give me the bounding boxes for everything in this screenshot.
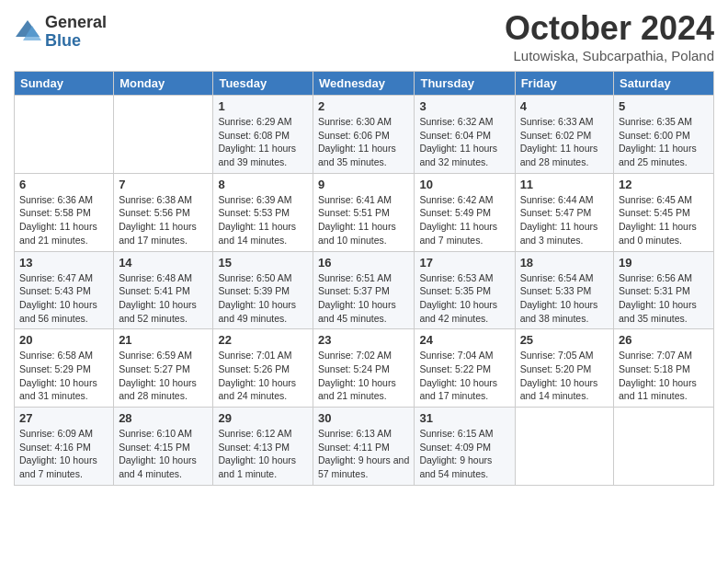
day-number: 10 [419, 178, 509, 191]
calendar-cell: 11Sunrise: 6:44 AM Sunset: 5:47 PM Dayli… [515, 173, 613, 251]
calendar-cell: 1Sunrise: 6:29 AM Sunset: 6:08 PM Daylig… [213, 96, 313, 174]
calendar-cell: 24Sunrise: 7:04 AM Sunset: 5:22 PM Dayli… [415, 329, 515, 408]
calendar-week-row: 20Sunrise: 6:58 AM Sunset: 5:29 PM Dayli… [15, 329, 714, 408]
calendar-cell [114, 96, 213, 174]
day-info: Sunrise: 6:35 AM Sunset: 6:00 PM Dayligh… [619, 115, 709, 169]
calendar-cell: 26Sunrise: 7:07 AM Sunset: 5:18 PM Dayli… [614, 329, 714, 408]
day-info: Sunrise: 6:10 AM Sunset: 4:15 PM Dayligh… [119, 427, 208, 481]
day-number: 20 [19, 333, 108, 347]
day-number: 29 [218, 411, 308, 425]
calendar-week-row: 1Sunrise: 6:29 AM Sunset: 6:08 PM Daylig… [15, 96, 714, 174]
day-info: Sunrise: 6:30 AM Sunset: 6:06 PM Dayligh… [318, 115, 409, 169]
day-number: 21 [119, 333, 208, 347]
calendar-cell [614, 408, 714, 486]
calendar-cell: 12Sunrise: 6:45 AM Sunset: 5:45 PM Dayli… [614, 173, 714, 251]
calendar-cell [515, 408, 613, 486]
calendar-cell: 2Sunrise: 6:30 AM Sunset: 6:06 PM Daylig… [313, 96, 415, 174]
calendar-cell: 9Sunrise: 6:41 AM Sunset: 5:51 PM Daylig… [313, 173, 415, 251]
calendar-cell: 29Sunrise: 6:12 AM Sunset: 4:13 PM Dayli… [213, 408, 313, 486]
day-info: Sunrise: 6:38 AM Sunset: 5:56 PM Dayligh… [119, 193, 208, 247]
calendar-table: SundayMondayTuesdayWednesdayThursdayFrid… [14, 71, 714, 486]
day-info: Sunrise: 7:01 AM Sunset: 5:26 PM Dayligh… [218, 349, 308, 403]
day-number: 24 [419, 333, 509, 347]
logo-icon [14, 18, 41, 46]
day-info: Sunrise: 6:42 AM Sunset: 5:49 PM Dayligh… [419, 193, 509, 247]
calendar-week-row: 6Sunrise: 6:36 AM Sunset: 5:58 PM Daylig… [15, 173, 714, 251]
day-number: 26 [619, 333, 709, 347]
calendar-cell: 8Sunrise: 6:39 AM Sunset: 5:53 PM Daylig… [213, 173, 313, 251]
day-number: 15 [218, 256, 308, 270]
calendar-cell: 19Sunrise: 6:56 AM Sunset: 5:31 PM Dayli… [614, 251, 714, 329]
day-info: Sunrise: 6:59 AM Sunset: 5:27 PM Dayligh… [119, 349, 208, 403]
day-info: Sunrise: 6:44 AM Sunset: 5:47 PM Dayligh… [520, 193, 609, 247]
logo-blue-text: Blue [45, 32, 107, 51]
logo: General Blue [14, 14, 107, 51]
weekday-header-monday: Monday [114, 72, 213, 96]
calendar-cell: 25Sunrise: 7:05 AM Sunset: 5:20 PM Dayli… [515, 329, 613, 408]
calendar-cell: 21Sunrise: 6:59 AM Sunset: 5:27 PM Dayli… [114, 329, 213, 408]
calendar-cell: 3Sunrise: 6:32 AM Sunset: 6:04 PM Daylig… [415, 96, 515, 174]
day-number: 14 [119, 256, 208, 270]
calendar-cell: 30Sunrise: 6:13 AM Sunset: 4:11 PM Dayli… [313, 408, 415, 486]
day-info: Sunrise: 7:05 AM Sunset: 5:20 PM Dayligh… [520, 349, 609, 403]
month-title: October 2024 [505, 9, 714, 48]
day-number: 16 [318, 256, 409, 270]
day-info: Sunrise: 6:15 AM Sunset: 4:09 PM Dayligh… [419, 427, 509, 481]
day-info: Sunrise: 7:02 AM Sunset: 5:24 PM Dayligh… [318, 349, 409, 403]
title-block: October 2024 Lutowiska, Subcarpathia, Po… [505, 9, 714, 63]
weekday-header-wednesday: Wednesday [313, 72, 415, 96]
day-info: Sunrise: 6:09 AM Sunset: 4:16 PM Dayligh… [19, 427, 108, 481]
calendar-cell: 14Sunrise: 6:48 AM Sunset: 5:41 PM Dayli… [114, 251, 213, 329]
day-number: 28 [119, 411, 208, 425]
calendar-cell: 23Sunrise: 7:02 AM Sunset: 5:24 PM Dayli… [313, 329, 415, 408]
calendar-cell: 31Sunrise: 6:15 AM Sunset: 4:09 PM Dayli… [415, 408, 515, 486]
day-number: 1 [218, 99, 308, 113]
calendar-week-row: 27Sunrise: 6:09 AM Sunset: 4:16 PM Dayli… [15, 408, 714, 486]
day-number: 3 [419, 99, 509, 113]
calendar-cell: 27Sunrise: 6:09 AM Sunset: 4:16 PM Dayli… [15, 408, 114, 486]
day-info: Sunrise: 6:45 AM Sunset: 5:45 PM Dayligh… [619, 193, 709, 247]
logo-general-text: General [45, 14, 107, 32]
calendar-cell: 18Sunrise: 6:54 AM Sunset: 5:33 PM Dayli… [515, 251, 613, 329]
day-number: 11 [520, 178, 609, 191]
day-number: 7 [119, 178, 208, 191]
day-number: 19 [619, 256, 709, 270]
day-info: Sunrise: 6:41 AM Sunset: 5:51 PM Dayligh… [318, 193, 409, 247]
day-info: Sunrise: 6:56 AM Sunset: 5:31 PM Dayligh… [619, 271, 709, 326]
day-info: Sunrise: 6:29 AM Sunset: 6:08 PM Dayligh… [218, 115, 308, 169]
calendar-cell: 13Sunrise: 6:47 AM Sunset: 5:43 PM Dayli… [15, 251, 114, 329]
location-subtitle: Lutowiska, Subcarpathia, Poland [505, 48, 714, 63]
day-info: Sunrise: 6:54 AM Sunset: 5:33 PM Dayligh… [520, 271, 609, 326]
day-number: 5 [619, 99, 709, 113]
calendar-week-row: 13Sunrise: 6:47 AM Sunset: 5:43 PM Dayli… [15, 251, 714, 329]
day-info: Sunrise: 6:13 AM Sunset: 4:11 PM Dayligh… [318, 427, 409, 481]
calendar-cell: 5Sunrise: 6:35 AM Sunset: 6:00 PM Daylig… [614, 96, 714, 174]
calendar-cell [15, 96, 114, 174]
calendar-cell: 4Sunrise: 6:33 AM Sunset: 6:02 PM Daylig… [515, 96, 613, 174]
day-number: 22 [218, 333, 308, 347]
weekday-header-sunday: Sunday [15, 72, 114, 96]
calendar-cell: 15Sunrise: 6:50 AM Sunset: 5:39 PM Dayli… [213, 251, 313, 329]
day-info: Sunrise: 6:53 AM Sunset: 5:35 PM Dayligh… [419, 271, 509, 326]
day-number: 31 [419, 411, 509, 425]
day-info: Sunrise: 6:39 AM Sunset: 5:53 PM Dayligh… [218, 193, 308, 247]
day-number: 13 [19, 256, 108, 270]
calendar-cell: 20Sunrise: 6:58 AM Sunset: 5:29 PM Dayli… [15, 329, 114, 408]
day-number: 23 [318, 333, 409, 347]
calendar-cell: 6Sunrise: 6:36 AM Sunset: 5:58 PM Daylig… [15, 173, 114, 251]
day-number: 4 [520, 99, 609, 113]
weekday-header-tuesday: Tuesday [213, 72, 313, 96]
day-info: Sunrise: 6:33 AM Sunset: 6:02 PM Dayligh… [520, 115, 609, 169]
calendar-cell: 22Sunrise: 7:01 AM Sunset: 5:26 PM Dayli… [213, 329, 313, 408]
calendar-cell: 16Sunrise: 6:51 AM Sunset: 5:37 PM Dayli… [313, 251, 415, 329]
day-number: 25 [520, 333, 609, 347]
day-number: 12 [619, 178, 709, 191]
day-info: Sunrise: 6:32 AM Sunset: 6:04 PM Dayligh… [419, 115, 509, 169]
day-number: 27 [19, 411, 108, 425]
weekday-header-thursday: Thursday [415, 72, 515, 96]
calendar-cell: 28Sunrise: 6:10 AM Sunset: 4:15 PM Dayli… [114, 408, 213, 486]
day-number: 8 [218, 178, 308, 191]
day-number: 30 [318, 411, 409, 425]
page-header: General Blue October 2024 Lutowiska, Sub… [14, 9, 714, 63]
weekday-header-row: SundayMondayTuesdayWednesdayThursdayFrid… [15, 72, 714, 96]
